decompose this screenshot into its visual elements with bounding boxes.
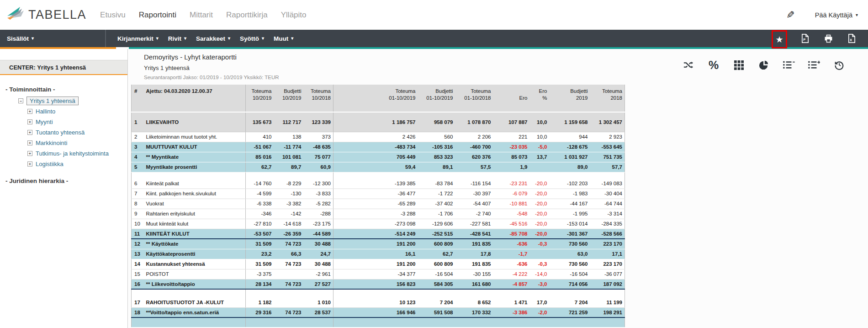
menu-syöttö[interactable]: Syöttö▾ (240, 35, 264, 42)
cell: -4 599 (246, 188, 274, 199)
pencil-icon[interactable]: ✎ (786, 10, 794, 20)
tree-item-label: Myynti (36, 118, 53, 125)
cell: 62,7 (246, 162, 274, 172)
table-filler-row (132, 317, 625, 327)
tree-section-title: - Toiminnoittain - (0, 84, 127, 95)
app-logo[interactable]: TABELLA (6, 6, 86, 24)
row-number: 14 (132, 259, 145, 269)
nav-mittarit[interactable]: Mittarit (190, 11, 213, 20)
cell: 63,0 (550, 249, 590, 259)
cell: 2 923 (590, 132, 625, 142)
cell: -10 881 (493, 199, 530, 209)
percent-icon[interactable]: % (708, 59, 720, 71)
tree-item-label: Tutkimus- ja kehitystoiminta (36, 150, 109, 157)
tree-item-label: Tuotanto yhteensä (36, 129, 85, 136)
table-header-row: #Ajettu: 04.03.2020 12.00.37Toteuma10/20… (132, 85, 625, 112)
collapse-icon[interactable]: − (18, 98, 23, 103)
cell: 74 723 (274, 259, 304, 269)
pie-chart-icon[interactable] (758, 59, 770, 71)
list-expand-icon[interactable] (808, 59, 820, 71)
report-table-wrap: #Ajettu: 04.03.2020 12.00.37Toteuma10/20… (131, 85, 625, 327)
cell: -64 744 (590, 199, 625, 209)
print-icon[interactable] (823, 33, 834, 44)
tree-item-logistiikka[interactable]: +Logistiikka (0, 159, 127, 169)
row-label: Muut kiinteät kulut (145, 219, 246, 229)
nav-raporttikirja[interactable]: Raporttikirja (226, 11, 268, 20)
spacer-cell (455, 317, 493, 327)
expand-icon[interactable]: + (27, 161, 32, 167)
excel-icon[interactable]: x (846, 33, 857, 44)
cell: 591 508 (418, 307, 455, 317)
shuffle-icon[interactable] (683, 59, 694, 71)
user-menu[interactable]: Pää Käyttäjä ▾ (815, 11, 858, 19)
chevron-down-icon: ▾ (228, 36, 230, 41)
expand-icon[interactable]: + (27, 140, 32, 145)
favorite-star-icon[interactable]: ★ (774, 34, 785, 45)
grid-icon[interactable] (733, 59, 745, 71)
history-icon[interactable] (833, 59, 845, 71)
cell: -105 316 (418, 142, 455, 152)
report-header: Demoyritys - Lyhyt kateraportti Yritys 1… (144, 53, 279, 80)
cell: 191 200 (333, 259, 418, 269)
cell: 7 204 (418, 297, 455, 307)
svg-text:P: P (803, 38, 805, 42)
cell: -1 983 (550, 188, 590, 199)
tree-item-tuotanto-yhteensä[interactable]: +Tuotanto yhteensä (0, 127, 127, 138)
expand-icon[interactable]: + (27, 130, 32, 135)
nav-ylläpito[interactable]: Ylläpito (281, 11, 307, 20)
cell: 17,0 (530, 297, 550, 307)
tree-item-tutkimus-ja-kehitystoiminta[interactable]: +Tutkimus- ja kehitystoiminta (0, 148, 127, 159)
cell: 10,0 (530, 132, 550, 142)
cell: -36 477 (333, 188, 418, 199)
menu-kirjanmerkit[interactable]: Kirjanmerkit▾ (117, 35, 159, 42)
spacer-cell (333, 289, 418, 297)
row-number: 8 (132, 199, 145, 209)
report-title: Demoyritys - Lyhyt kateraportti (144, 53, 279, 61)
cell: -252 515 (418, 229, 455, 239)
tree-item-markkinointi[interactable]: +Markkinointi (0, 138, 127, 148)
cell: 89,7 (274, 162, 304, 172)
cell: -1,7 (493, 249, 530, 259)
pdf-icon[interactable]: P (799, 33, 810, 44)
cell: 584 305 (418, 279, 455, 289)
tree-item-hallinto[interactable]: +Hallinto (0, 106, 127, 117)
user-menu-label: Pää Käyttäjä (815, 11, 852, 19)
nav-raportointi[interactable]: Raportointi (139, 11, 176, 20)
cell: 10 123 (333, 297, 418, 307)
expand-icon[interactable]: + (27, 109, 32, 114)
cell: -27 810 (246, 219, 274, 229)
cell: 853 323 (418, 152, 455, 162)
topbar-right: ✎ Pää Käyttäjä ▾ (786, 10, 868, 20)
cell: -23 231 (493, 178, 530, 188)
menu-sisallot[interactable]: Sisällöt ▾ (7, 35, 34, 42)
report-meta: Seurantaraportti Jakso: 01/2019 - 10/201… (144, 75, 279, 80)
cell: -20,0 (530, 188, 550, 199)
expand-icon[interactable]: + (27, 119, 32, 124)
menu-muut[interactable]: Muut▾ (274, 35, 293, 42)
nav-etusivu[interactable]: Etusivu (100, 11, 126, 20)
cell: -20,0 (530, 199, 550, 209)
row-number: 2 (132, 132, 145, 142)
tree-item-label: Logistiikka (36, 161, 64, 167)
row-number: 4 (132, 152, 145, 162)
spacer-cell (132, 289, 145, 297)
row-number: 17 (132, 297, 145, 307)
cell: -3 386 (493, 307, 530, 317)
col-header-ero: Ero% (530, 85, 550, 112)
cell: -4 857 (493, 279, 530, 289)
expand-icon[interactable]: + (27, 151, 32, 156)
table-spacer-row (132, 172, 625, 178)
cell: 1 471 (493, 297, 530, 307)
cell: -36 077 (590, 269, 625, 279)
row-label: Vuokrat (145, 199, 246, 209)
toolbar-icons: ★Px (772, 28, 868, 48)
list-collapse-icon[interactable] (783, 59, 795, 71)
spacer-cell (304, 317, 333, 327)
tree-item-myynti[interactable]: +Myynti (0, 117, 127, 127)
menu-rivit[interactable]: Rivit▾ (168, 35, 186, 42)
cell (530, 162, 550, 172)
cell: 17,8 (455, 249, 493, 259)
tree-item-yritys-1-yhteensä[interactable]: −Yritys 1 yhteensä (0, 96, 127, 106)
cell: 2 206 (455, 132, 493, 142)
menu-sarakkeet[interactable]: Sarakkeet▾ (196, 35, 230, 42)
